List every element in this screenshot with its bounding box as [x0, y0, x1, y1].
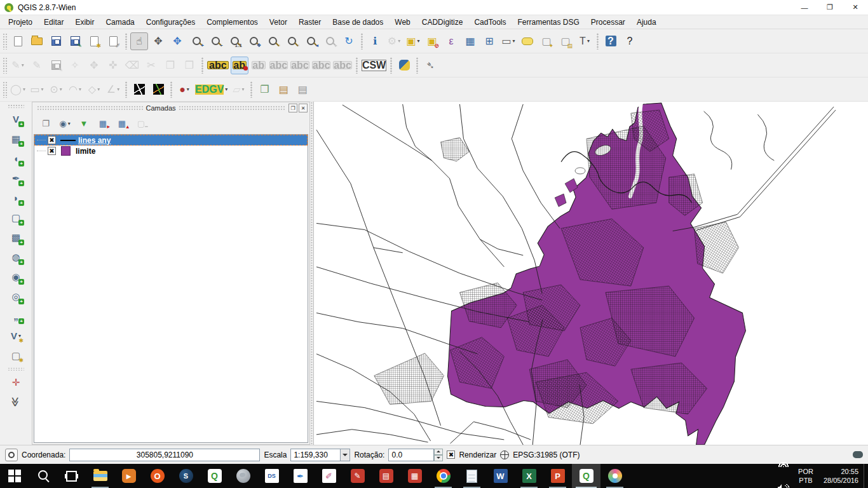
- qgis-launcher-icon[interactable]: Q: [200, 464, 229, 488]
- search-button[interactable]: [29, 464, 57, 488]
- text-annotation-icon[interactable]: T▾: [576, 32, 593, 50]
- minimize-button[interactable]: —: [792, 0, 817, 15]
- add-postgis-layer-icon[interactable]: ◖+: [6, 149, 25, 168]
- python-console-icon[interactable]: [395, 57, 413, 74]
- clipboard-tool-1-icon[interactable]: ▤: [275, 81, 292, 98]
- paint-sai-icon[interactable]: ✐: [315, 464, 343, 488]
- close-button[interactable]: ✕: [843, 0, 868, 15]
- show-desktop-button[interactable]: [864, 464, 868, 488]
- zoom-in-icon[interactable]: +: [187, 32, 205, 50]
- rotation-input[interactable]: [388, 449, 434, 461]
- qgis-active-icon[interactable]: Q: [572, 464, 600, 488]
- menu-exibir[interactable]: Exibir: [69, 17, 100, 28]
- draftsight-icon[interactable]: DS: [257, 464, 286, 488]
- dsg-globe-icon[interactable]: ●▾: [175, 81, 193, 98]
- zoom-last-icon[interactable]: ◂: [302, 32, 320, 50]
- expand-all-icon[interactable]: ▦▸: [94, 116, 112, 131]
- zoom-to-selection-icon[interactable]: ▫: [264, 32, 281, 50]
- add-raster-layer-icon[interactable]: ▦+: [6, 130, 25, 148]
- menu-projeto[interactable]: Projeto: [3, 17, 38, 28]
- media-player-icon[interactable]: ▶: [114, 464, 143, 488]
- crosshair-icon[interactable]: ✛: [6, 373, 25, 391]
- new-project-icon[interactable]: [9, 32, 27, 50]
- paint-icon[interactable]: [600, 464, 629, 488]
- add-group-icon[interactable]: ❐: [37, 116, 55, 131]
- new-print-composer-icon[interactable]: ✱: [85, 32, 103, 50]
- menu-editar[interactable]: Editar: [38, 17, 69, 28]
- zoom-native-icon[interactable]: 1:1: [226, 32, 243, 50]
- render-checkbox[interactable]: ✖: [447, 451, 455, 459]
- panel-float-button[interactable]: ❐: [288, 104, 297, 112]
- manage-visibility-icon[interactable]: ◉▾: [56, 116, 74, 131]
- add-wfs-layer-icon[interactable]: ◎+: [6, 287, 25, 306]
- menu-camada[interactable]: Camada: [100, 17, 140, 28]
- menu-cadtools[interactable]: CadTools: [468, 17, 512, 28]
- word-icon[interactable]: W: [486, 464, 515, 488]
- new-shapefile-layer-icon[interactable]: V✱▾: [6, 327, 25, 345]
- notepad-icon[interactable]: [458, 464, 486, 488]
- copy-paste-features-icon[interactable]: ❐: [255, 81, 273, 98]
- add-mssql-layer-icon[interactable]: ◗+: [6, 189, 25, 207]
- rotation-down-button[interactable]: [434, 455, 443, 461]
- select-by-expression-icon[interactable]: ε: [442, 32, 460, 50]
- zoom-to-layer-icon[interactable]: ▫: [283, 32, 301, 50]
- tray-chevron-icon[interactable]: [774, 403, 793, 428]
- menu-complementos[interactable]: Complementos: [201, 17, 264, 28]
- menu-configuracoes[interactable]: Configurações: [140, 17, 201, 28]
- select-features-icon[interactable]: ▣▾: [404, 32, 422, 50]
- layer-row-lines-any[interactable]: ✖lines any: [34, 135, 308, 146]
- save-project-icon[interactable]: [47, 32, 65, 50]
- battery-icon[interactable]: [774, 428, 793, 452]
- file-explorer-icon[interactable]: [86, 464, 114, 488]
- layer-checkbox[interactable]: ✖: [48, 147, 56, 155]
- wifi-icon[interactable]: [774, 452, 793, 476]
- menu-ajuda[interactable]: Ajuda: [631, 17, 662, 28]
- add-delimited-text-layer-icon[interactable]: „+: [6, 307, 25, 325]
- menu-ferramentas-dsg[interactable]: Ferramentas DSG: [512, 17, 585, 28]
- task-view-button[interactable]: [57, 464, 86, 488]
- volume-icon[interactable]: [774, 476, 793, 488]
- refresh-map-icon[interactable]: ↻: [340, 32, 358, 50]
- composer-manager-icon[interactable]: ✐: [104, 32, 122, 50]
- origin-icon[interactable]: O: [143, 464, 172, 488]
- add-oracle-layer-icon[interactable]: ▢+: [6, 208, 25, 227]
- layout-icon[interactable]: ▤: [372, 464, 400, 488]
- show-bookmarks-icon[interactable]: ▢▤: [557, 32, 574, 50]
- layer-row-limite[interactable]: ✖limite: [34, 146, 308, 156]
- scale-dropdown-button[interactable]: [340, 449, 350, 461]
- start-button[interactable]: [0, 464, 29, 488]
- menu-raster[interactable]: Raster: [293, 17, 327, 28]
- map-style-dark-icon[interactable]: [130, 81, 148, 98]
- layer-labeling-icon[interactable]: abc: [207, 57, 229, 74]
- map-canvas[interactable]: [313, 102, 868, 445]
- steam-icon[interactable]: S: [172, 464, 200, 488]
- deselect-features-icon[interactable]: ▣⊘: [423, 32, 441, 50]
- attribute-table-icon[interactable]: ▦: [461, 32, 479, 50]
- excel-icon[interactable]: X: [515, 464, 543, 488]
- filter-legend-icon[interactable]: ▼: [75, 116, 93, 131]
- restore-button[interactable]: ❐: [817, 0, 843, 15]
- add-georaster-layer-icon[interactable]: ▩+: [6, 228, 25, 247]
- pin-labels-icon[interactable]: ab: [231, 57, 248, 74]
- save-project-as-icon[interactable]: ✎: [66, 32, 84, 50]
- open-project-icon[interactable]: [28, 32, 46, 50]
- clock[interactable]: 20:55 28/05/2016: [818, 467, 864, 485]
- pan-to-selection-icon[interactable]: ✥: [168, 32, 186, 50]
- edgv-icon[interactable]: EDGV▾: [194, 81, 228, 98]
- style-builder-icon[interactable]: ▦: [400, 464, 429, 488]
- menu-processar[interactable]: Processar: [585, 17, 631, 28]
- collapse-all-icon[interactable]: ▦▴: [113, 116, 131, 131]
- map-tips-icon[interactable]: [519, 32, 536, 50]
- clipboard-tool-2-icon[interactable]: ▤: [294, 81, 311, 98]
- layer-checkbox[interactable]: ✖: [48, 136, 56, 144]
- menu-base-de-dados[interactable]: Base de dados: [327, 17, 389, 28]
- metasearch-csw-icon[interactable]: CSW: [361, 57, 387, 74]
- touch-pan-icon[interactable]: ☝: [130, 32, 148, 50]
- panel-close-button[interactable]: ✕: [299, 104, 308, 112]
- new-dsg-layer-icon[interactable]: ▢✱: [6, 346, 25, 365]
- language-indicator[interactable]: POR PTB: [793, 467, 818, 485]
- scale-input[interactable]: [290, 449, 340, 461]
- sketchup-icon[interactable]: ✎: [343, 464, 372, 488]
- menu-caddigitize[interactable]: CADDigitize: [416, 17, 469, 28]
- menu-vetor[interactable]: Vetor: [264, 17, 293, 28]
